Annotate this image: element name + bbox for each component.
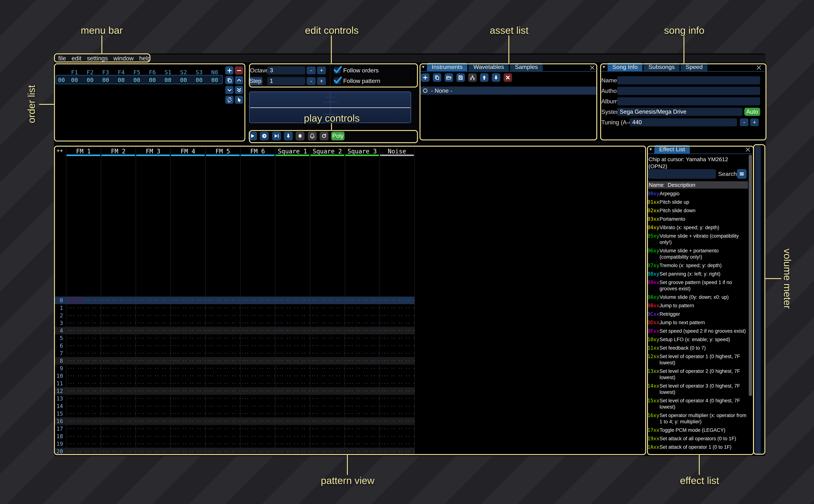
effect-list-annotation: effect list (680, 475, 719, 486)
oscilloscope-grid (326, 97, 335, 97)
song-info-outline (600, 63, 766, 140)
pattern-view-annotation: pattern view (321, 475, 374, 486)
menu-bar-outline (54, 53, 150, 62)
asset-list-outline (420, 63, 597, 140)
volume-meter-outline (753, 144, 765, 455)
volume-meter-callout-line (765, 278, 781, 279)
pattern-view-callout-line (347, 455, 348, 475)
order-list-callout-line (39, 104, 54, 105)
menu-bar: fileeditsettingswindowhelp (54, 55, 766, 63)
oscilloscope-grid (323, 102, 337, 102)
menu-bar-callout-line (101, 35, 102, 53)
edit-controls-outline (249, 63, 418, 87)
play-controls-annotation: play controls (304, 112, 359, 124)
order-list-annotation: order list (26, 85, 37, 123)
menu-bar-annotation: menu bar (81, 25, 123, 36)
volume-meter-annotation: volume meter (782, 249, 793, 309)
effect-list-outline (647, 146, 754, 455)
play-controls-outline (249, 130, 418, 143)
edit-controls-annotation: edit controls (305, 25, 358, 36)
order-list-outline (54, 63, 245, 141)
song-info-annotation: song info (664, 25, 704, 36)
song-info-callout-line (684, 35, 684, 63)
effect-list-callout-line (699, 455, 700, 475)
edit-controls-callout-line (331, 35, 332, 63)
play-controls-callout-line (331, 123, 332, 130)
asset-list-callout-line (509, 35, 509, 63)
asset-list-annotation: asset list (490, 25, 529, 36)
oscilloscope-waveform (250, 107, 410, 108)
pattern-view-outline (54, 146, 646, 455)
